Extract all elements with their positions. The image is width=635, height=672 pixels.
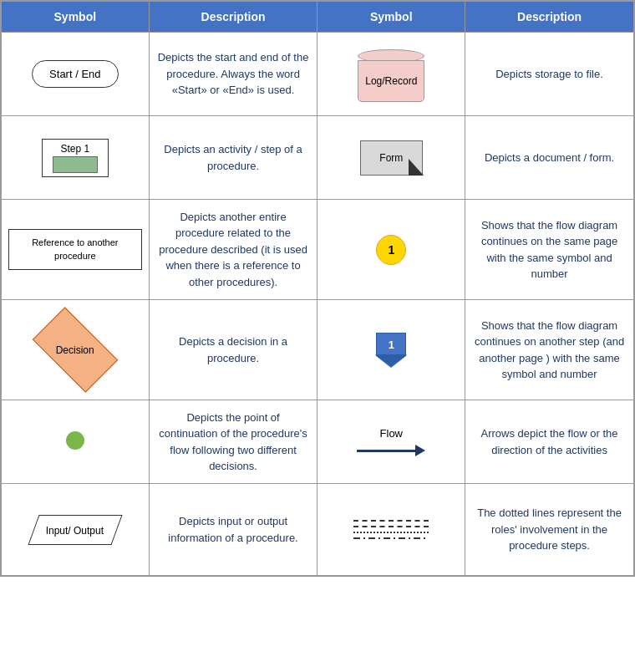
diamond-label: Decision [56,344,94,356]
symbol-same-page: 1 [318,200,465,300]
cylinder-label: Log/Record [365,75,417,87]
symbol-log-record: Log/Record [318,33,465,116]
flow-label: Flow [380,427,403,440]
header-symbol-2: Symbol [318,2,465,33]
arrow-head [415,445,425,456]
symbol-input-output: Input/ Output [2,484,150,576]
symbol-another-page: 1 [318,300,465,400]
start-end-shape: Start / End [32,60,118,88]
desc-step: Depicts an activity / step of a procedur… [149,116,318,200]
table-row: Reference to another procedure Depicts a… [2,200,634,300]
pentagon-top: 1 [376,333,406,356]
parallelogram-label: Input/ Output [46,516,104,546]
symbol-decision: Decision [2,300,150,400]
desc-decision: Depicts a decision in a procedure. [149,300,318,400]
symbols-table: Symbol Description Symbol Description St… [1,1,634,576]
desc-dotted-lines: The dotted lines represent the roles' in… [465,484,634,576]
dashed-line-1 [353,520,429,522]
step-rect: Step 1 [42,139,109,177]
pentagon-shape: 1 [376,333,406,368]
arrow-shaft [357,450,415,452]
desc-flow: Arrows depict the flow or the direction … [465,400,634,484]
desc-reference: Depicts another entire procedure related… [149,200,318,300]
cylinder-body: Log/Record [358,60,424,102]
header-symbol-1: Symbol [2,2,150,33]
flow-arrow-shape: Flow [324,427,458,456]
desc-input-output: Depicts input or output information of a… [149,484,318,576]
form-label: Form [379,152,403,164]
header-description-1: Description [149,2,318,33]
table-row: Depicts the point of continuation of the… [2,400,634,484]
dotted-line [353,532,429,533]
main-table-container: Symbol Description Symbol Description St… [0,0,635,577]
diamond-container: Decision [8,321,142,379]
step-shape: Step 1 [8,139,142,177]
table-row: Decision Depicts a decision in a procedu… [2,300,634,400]
step-label: Step 1 [60,143,89,155]
table-row: Input/ Output Depicts input or output in… [2,484,634,576]
table-row: Start / End Depicts the start and end of… [2,33,634,116]
desc-another-page: Shows that the flow diagram continues on… [465,300,634,400]
arrow-line [357,445,425,456]
dashed-line-2 [353,526,429,527]
desc-continuation: Depicts the point of continuation of the… [149,400,318,484]
diamond-shape: Decision [33,307,119,393]
dotted-lines-shape [324,513,458,546]
header-description-2: Description [465,2,634,33]
form-triangle [409,159,424,176]
desc-start-end: Depicts the start and end of the procedu… [149,33,318,116]
pentagon-bottom [376,356,406,368]
cylinder-shape: Log/Record [358,47,424,102]
circle-num-shape: 1 [376,235,406,265]
symbol-continuation [2,400,150,484]
parallelogram-shape: Input/ Output [28,515,122,545]
desc-same-page: Shows that the flow diagram continues on… [465,200,634,300]
desc-log-record: Depicts storage to file. [465,33,634,116]
dash-dot-line [353,537,429,539]
symbol-form: Form [318,116,465,200]
symbol-dotted-lines [318,484,465,576]
symbol-reference: Reference to another procedure [2,200,150,300]
symbol-flow: Flow [318,400,465,484]
desc-form: Depicts a document / form. [465,116,634,200]
form-shape: Form [360,140,423,176]
symbol-step: Step 1 [2,116,150,200]
table-row: Step 1 Depicts an activity / step of a p… [2,116,634,200]
symbol-start-end: Start / End [2,33,150,116]
green-dot-shape [66,431,84,450]
reference-shape: Reference to another procedure [8,229,142,270]
